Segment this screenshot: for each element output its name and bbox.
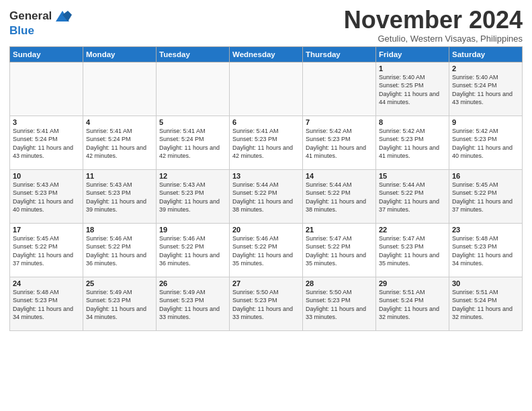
day-info: Sunrise: 5:44 AM Sunset: 5:22 PM Dayligh… (232, 181, 300, 214)
calendar-cell (83, 62, 157, 116)
week-row-4: 24Sunrise: 5:48 AM Sunset: 5:23 PM Dayli… (10, 277, 523, 330)
day-number: 22 (379, 226, 446, 234)
day-number: 6 (232, 118, 300, 126)
day-info: Sunrise: 5:51 AM Sunset: 5:24 PM Dayligh… (379, 288, 446, 322)
day-number: 10 (13, 172, 80, 180)
calendar-cell: 8Sunrise: 5:42 AM Sunset: 5:23 PM Daylig… (376, 116, 449, 169)
day-number: 3 (13, 118, 80, 126)
calendar-cell: 12Sunrise: 5:43 AM Sunset: 5:23 PM Dayli… (157, 169, 230, 223)
day-number: 12 (159, 172, 226, 180)
calendar-cell: 25Sunrise: 5:49 AM Sunset: 5:23 PM Dayli… (83, 277, 157, 330)
day-number: 21 (306, 226, 373, 234)
day-info: Sunrise: 5:50 AM Sunset: 5:23 PM Dayligh… (232, 288, 300, 322)
calendar-cell: 10Sunrise: 5:43 AM Sunset: 5:23 PM Dayli… (10, 169, 83, 223)
calendar-cell: 27Sunrise: 5:50 AM Sunset: 5:23 PM Dayli… (230, 277, 303, 330)
day-number: 11 (86, 172, 153, 180)
calendar-cell: 29Sunrise: 5:51 AM Sunset: 5:24 PM Dayli… (376, 277, 449, 330)
day-number: 20 (232, 226, 300, 234)
day-number: 8 (379, 118, 446, 126)
logo: General Blue (9, 9, 72, 38)
month-title: November 2024 (344, 7, 523, 34)
week-row-3: 17Sunrise: 5:45 AM Sunset: 5:22 PM Dayli… (10, 223, 523, 277)
calendar-cell: 5Sunrise: 5:41 AM Sunset: 5:24 PM Daylig… (157, 116, 230, 169)
day-header-sunday: Sunday (10, 46, 83, 62)
day-number: 13 (232, 172, 300, 180)
day-info: Sunrise: 5:46 AM Sunset: 5:22 PM Dayligh… (159, 234, 226, 268)
day-info: Sunrise: 5:42 AM Sunset: 5:23 PM Dayligh… (306, 127, 373, 161)
calendar-cell (230, 62, 303, 116)
day-info: Sunrise: 5:47 AM Sunset: 5:22 PM Dayligh… (306, 234, 373, 268)
day-number: 18 (86, 226, 153, 234)
calendar-cell: 3Sunrise: 5:41 AM Sunset: 5:24 PM Daylig… (10, 116, 83, 169)
day-info: Sunrise: 5:44 AM Sunset: 5:22 PM Dayligh… (306, 181, 373, 214)
calendar-cell: 4Sunrise: 5:41 AM Sunset: 5:24 PM Daylig… (83, 116, 157, 169)
calendar-cell: 1Sunrise: 5:40 AM Sunset: 5:25 PM Daylig… (376, 62, 449, 116)
day-number: 15 (379, 172, 446, 180)
day-number: 30 (452, 279, 519, 287)
day-info: Sunrise: 5:51 AM Sunset: 5:24 PM Dayligh… (452, 288, 519, 322)
day-header-thursday: Thursday (303, 46, 376, 62)
week-row-2: 10Sunrise: 5:43 AM Sunset: 5:23 PM Dayli… (10, 169, 523, 223)
day-info: Sunrise: 5:41 AM Sunset: 5:24 PM Dayligh… (86, 127, 153, 161)
day-info: Sunrise: 5:42 AM Sunset: 5:23 PM Dayligh… (452, 127, 519, 161)
day-info: Sunrise: 5:48 AM Sunset: 5:23 PM Dayligh… (13, 288, 80, 322)
calendar-cell: 21Sunrise: 5:47 AM Sunset: 5:22 PM Dayli… (303, 223, 376, 277)
day-info: Sunrise: 5:43 AM Sunset: 5:23 PM Dayligh… (13, 181, 80, 214)
day-number: 4 (86, 118, 153, 126)
day-info: Sunrise: 5:47 AM Sunset: 5:23 PM Dayligh… (379, 234, 446, 268)
calendar-cell: 16Sunrise: 5:45 AM Sunset: 5:22 PM Dayli… (449, 169, 523, 223)
calendar-cell (10, 62, 83, 116)
calendar-cell: 18Sunrise: 5:46 AM Sunset: 5:22 PM Dayli… (83, 223, 157, 277)
calendar-cell: 22Sunrise: 5:47 AM Sunset: 5:23 PM Dayli… (376, 223, 449, 277)
calendar-cell: 6Sunrise: 5:41 AM Sunset: 5:23 PM Daylig… (230, 116, 303, 169)
day-number: 1 (379, 64, 446, 73)
day-number: 9 (452, 118, 519, 126)
day-info: Sunrise: 5:41 AM Sunset: 5:23 PM Dayligh… (232, 127, 300, 161)
day-number: 14 (306, 172, 373, 180)
calendar-cell: 26Sunrise: 5:49 AM Sunset: 5:23 PM Dayli… (157, 277, 230, 330)
calendar-cell: 24Sunrise: 5:48 AM Sunset: 5:23 PM Dayli… (10, 277, 83, 330)
day-number: 23 (452, 226, 519, 234)
logo-blue: Blue (9, 24, 72, 38)
day-info: Sunrise: 5:45 AM Sunset: 5:22 PM Dayligh… (452, 181, 519, 214)
calendar-cell (157, 62, 230, 116)
day-number: 27 (232, 279, 300, 287)
calendar-cell: 23Sunrise: 5:48 AM Sunset: 5:23 PM Dayli… (449, 223, 523, 277)
day-header-saturday: Saturday (449, 46, 523, 62)
day-info: Sunrise: 5:40 AM Sunset: 5:24 PM Dayligh… (452, 73, 519, 107)
calendar-cell: 17Sunrise: 5:45 AM Sunset: 5:22 PM Dayli… (10, 223, 83, 277)
day-header-friday: Friday (376, 46, 449, 62)
title-block: November 2024 Getulio, Western Visayas, … (344, 7, 523, 44)
calendar-cell: 20Sunrise: 5:46 AM Sunset: 5:22 PM Dayli… (230, 223, 303, 277)
day-number: 7 (306, 118, 373, 126)
week-row-0: 1Sunrise: 5:40 AM Sunset: 5:25 PM Daylig… (10, 62, 523, 116)
day-number: 16 (452, 172, 519, 180)
day-number: 19 (159, 226, 226, 234)
day-number: 25 (86, 279, 153, 287)
calendar-cell: 9Sunrise: 5:42 AM Sunset: 5:23 PM Daylig… (449, 116, 523, 169)
day-info: Sunrise: 5:43 AM Sunset: 5:23 PM Dayligh… (159, 181, 226, 214)
calendar-cell: 30Sunrise: 5:51 AM Sunset: 5:24 PM Dayli… (449, 277, 523, 330)
day-info: Sunrise: 5:49 AM Sunset: 5:23 PM Dayligh… (86, 288, 153, 322)
calendar-cell: 13Sunrise: 5:44 AM Sunset: 5:22 PM Dayli… (230, 169, 303, 223)
day-info: Sunrise: 5:48 AM Sunset: 5:23 PM Dayligh… (452, 234, 519, 268)
header-row: SundayMondayTuesdayWednesdayThursdayFrid… (10, 46, 523, 62)
calendar-cell (303, 62, 376, 116)
week-row-1: 3Sunrise: 5:41 AM Sunset: 5:24 PM Daylig… (10, 116, 523, 169)
calendar-cell: 2Sunrise: 5:40 AM Sunset: 5:24 PM Daylig… (449, 62, 523, 116)
day-info: Sunrise: 5:50 AM Sunset: 5:23 PM Dayligh… (306, 288, 373, 322)
day-info: Sunrise: 5:41 AM Sunset: 5:24 PM Dayligh… (13, 127, 80, 161)
day-number: 28 (306, 279, 373, 287)
day-number: 24 (13, 279, 80, 287)
day-info: Sunrise: 5:46 AM Sunset: 5:22 PM Dayligh… (232, 234, 300, 268)
calendar-cell: 14Sunrise: 5:44 AM Sunset: 5:22 PM Dayli… (303, 169, 376, 223)
day-header-monday: Monday (83, 46, 157, 62)
location: Getulio, Western Visayas, Philippines (344, 34, 523, 44)
calendar-cell: 11Sunrise: 5:43 AM Sunset: 5:23 PM Dayli… (83, 169, 157, 223)
day-number: 26 (159, 279, 226, 287)
day-number: 2 (452, 64, 519, 73)
day-info: Sunrise: 5:40 AM Sunset: 5:25 PM Dayligh… (379, 73, 446, 107)
day-info: Sunrise: 5:49 AM Sunset: 5:23 PM Dayligh… (159, 288, 226, 322)
main-container: General Blue November 2024 Getulio, West… (0, 0, 532, 335)
logo-icon (53, 9, 72, 24)
